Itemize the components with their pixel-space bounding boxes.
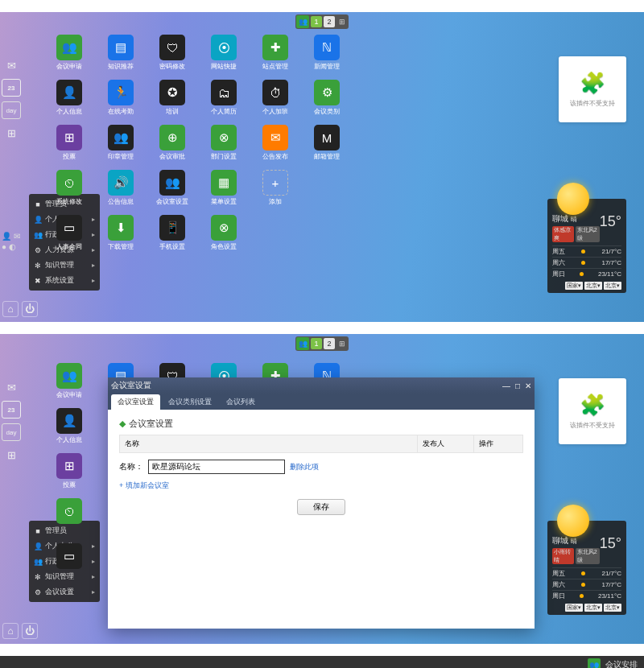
pager-page-2[interactable]: 2 [324, 16, 335, 27]
calendar-icon[interactable]: 23 [2, 79, 21, 97]
app-tile-icon: ⊗ [211, 125, 237, 151]
window-max-icon[interactable]: □ [515, 381, 520, 390]
desktop-app[interactable]: 🏃在线考勤 [96, 80, 146, 125]
desktop-app[interactable]: ℕ新闻管理 [302, 35, 352, 80]
desktop-app[interactable]: 👥印章管理 [96, 125, 146, 170]
weather-select-country[interactable]: 国家▾ [565, 604, 583, 612]
desktop-app[interactable]: ⏲ [44, 498, 94, 543]
home-icon[interactable]: ⌂ [2, 301, 19, 317]
weather-temp: 15° [600, 213, 621, 230]
desktop-app[interactable]: ⊕会议审批 [147, 125, 197, 170]
power-icon[interactable]: ⏻ [22, 301, 38, 317]
weather-select-city[interactable]: 北京▾ [604, 282, 621, 290]
desktop-app[interactable]: ⊞投票 [44, 453, 94, 498]
sun-dot-icon [580, 272, 584, 276]
window-min-icon[interactable]: ― [502, 381, 510, 390]
tray-user-icon[interactable]: 👤 ✉ [2, 232, 20, 241]
desktop-app[interactable]: 🔊公告信息 [96, 170, 146, 215]
sun-icon [557, 183, 589, 215]
desktop-app[interactable]: ⏱个人加班 [250, 80, 300, 125]
add-room-link[interactable]: + 填加新会议室 [119, 480, 523, 491]
room-name-input[interactable] [148, 460, 285, 474]
form-row: 名称： 删除此项 [119, 460, 523, 474]
pager-grid-icon[interactable]: ⊞ [336, 338, 348, 349]
desktop-app[interactable]: ✉公告发布 [250, 125, 300, 170]
desktop-app[interactable]: 👥会议申请 [44, 35, 94, 80]
star-icon: ✻ [34, 262, 42, 270]
app-label: 培训 [166, 107, 179, 116]
weather-select-prov[interactable]: 北京▾ [584, 282, 602, 290]
pager-page-2[interactable]: 2 [324, 338, 335, 349]
pager-page-1[interactable]: 1 [311, 16, 322, 27]
desktop-app[interactable]: ✚站点管理 [250, 35, 300, 80]
taskbar: 👥 会议安排 [0, 656, 644, 668]
app-label: 网站快捷 [211, 62, 237, 71]
desktop-app[interactable]: 👤个人信息 [44, 80, 94, 125]
desktop-app[interactable]: ▤知识推荐 [96, 35, 146, 80]
add-tile-icon[interactable]: ⊞ [2, 124, 21, 142]
forecast-day: 周六 [552, 258, 565, 267]
forecast-day: 周日 [552, 592, 565, 600]
calendar-icon[interactable]: 23 [2, 401, 21, 419]
users-icon: 👥 [34, 231, 42, 239]
tab-list[interactable]: 会议列表 [220, 394, 262, 410]
desktop-app[interactable]: ⊗角色设置 [199, 215, 249, 260]
desktop-app[interactable]: M邮箱管理 [302, 125, 352, 170]
section-icon: ◆ [119, 419, 126, 429]
user-icon: 👤 [34, 542, 42, 550]
desktop-app[interactable]: 👥会议申请 [44, 363, 94, 408]
desktop-app[interactable]: ⬇下载管理 [96, 215, 146, 260]
tab-room[interactable]: 会议室设置 [111, 394, 160, 410]
app-label: 个人简历 [211, 107, 237, 116]
pager-grid-icon[interactable]: ⊞ [336, 16, 348, 27]
forecast-day: 周五 [552, 569, 565, 578]
app-label: 角色设置 [211, 242, 237, 251]
menu-item-system[interactable]: ✖系统设置▸ [29, 273, 100, 288]
mini-tray: 👤 ✉ ● ◐ [2, 232, 20, 251]
pager-icon: 👥 [296, 15, 309, 28]
delete-link[interactable]: 删除此项 [290, 462, 319, 472]
tray-dot-icon[interactable]: ● ◐ [2, 242, 20, 251]
weather-select-prov[interactable]: 北京▾ [584, 604, 602, 612]
app-label: 会议申请 [56, 62, 82, 71]
app-label: 手机设置 [159, 242, 185, 251]
desktop-app[interactable]: 📱手机设置 [147, 215, 197, 260]
desktop-app[interactable]: 👥会议室设置 [147, 170, 197, 215]
power-icon[interactable]: ⏻ [22, 623, 38, 639]
app-label: 知识推荐 [108, 62, 134, 71]
desktop-app[interactable]: 🛡密码修改 [147, 35, 197, 80]
form-label: 名称： [119, 461, 143, 472]
pager-page-1[interactable]: 1 [311, 338, 322, 349]
desktop-app[interactable]: ✪培训 [147, 80, 197, 125]
taskbar-meeting-icon[interactable]: 👥 [588, 658, 601, 668]
add-tile-icon[interactable]: ⊞ [2, 446, 21, 464]
desktop-app[interactable]: ▭ [44, 543, 94, 588]
app-label: 会议申请 [56, 390, 82, 399]
save-button[interactable]: 保存 [297, 499, 345, 515]
desktop-app[interactable]: 👤个人信息 [44, 408, 94, 453]
window-close-icon[interactable]: ✕ [525, 381, 531, 390]
weather-select-country[interactable]: 国家▾ [565, 282, 583, 290]
taskbar-label[interactable]: 会议安排 [605, 659, 638, 668]
desktop-app[interactable]: ⊗部门设置 [199, 125, 249, 170]
desktop-app[interactable]: ▭人事合同 [44, 215, 94, 260]
weather-select-city[interactable]: 北京▾ [604, 604, 621, 612]
desktop-app[interactable]: ⦿网站快捷 [199, 35, 249, 80]
desktop-app[interactable]: ⚙会议类别 [302, 80, 352, 125]
forecast-temp: 23/11°C [598, 592, 621, 600]
desktop-app[interactable]: 🗂个人简历 [199, 80, 249, 125]
tab-category[interactable]: 会议类别设置 [162, 394, 218, 410]
weather-city: 聊城 [552, 214, 568, 223]
desktop-app[interactable]: ⊞投票 [44, 125, 94, 170]
home-icon[interactable]: ⌂ [2, 623, 19, 639]
mail-icon[interactable]: ✉ [2, 56, 21, 74]
desktop-app[interactable]: ⏲系统修改 [44, 170, 94, 215]
day-icon[interactable]: day [2, 101, 21, 119]
desktop-app[interactable]: +添加 [250, 170, 300, 215]
window-titlebar[interactable]: 会议室设置 ― □ ✕ [108, 377, 535, 394]
mail-icon[interactable]: ✉ [2, 378, 21, 396]
desktop-pager: 👥 1 2 ⊞ [295, 14, 349, 29]
desktop-app[interactable]: ▦菜单设置 [199, 170, 249, 215]
app-tile-icon: ⊞ [56, 125, 82, 151]
day-icon[interactable]: day [2, 423, 21, 441]
